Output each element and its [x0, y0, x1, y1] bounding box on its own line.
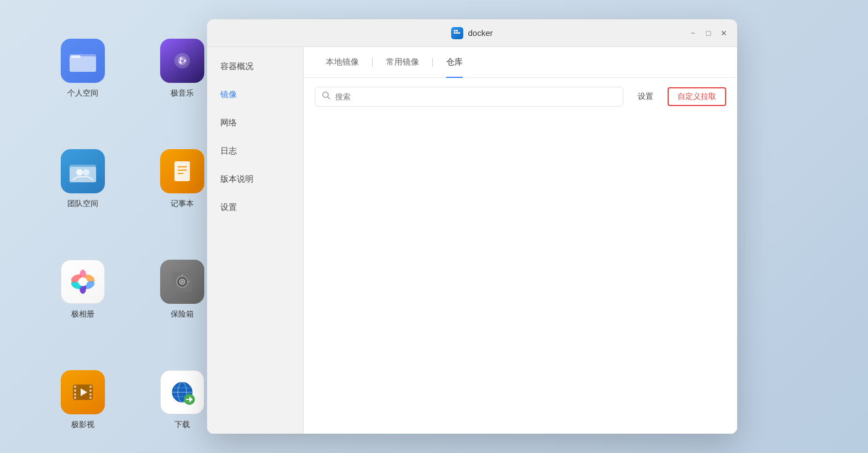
close-button[interactable]: ✕ — [719, 29, 728, 38]
svg-rect-48 — [458, 32, 460, 34]
tab-local-mirror[interactable]: 本地镜像 — [315, 47, 370, 78]
svg-rect-29 — [74, 386, 76, 388]
sidebar-item-overview[interactable]: 容器概况 — [207, 52, 303, 81]
music-icon: ♪ — [160, 39, 204, 83]
svg-rect-32 — [74, 397, 76, 399]
svg-rect-11 — [174, 161, 190, 181]
settings-button[interactable]: 设置 — [630, 88, 661, 105]
toolbar: 设置 自定义拉取 — [304, 78, 737, 115]
desktop-icon-grid: 个人空间 ♪ 极音乐 — [33, 33, 232, 453]
notes-icon — [160, 149, 204, 193]
search-icon — [322, 91, 331, 102]
tab-common-mirror[interactable]: 常用镜像 — [375, 47, 430, 78]
notes-label: 记事本 — [171, 199, 194, 209]
svg-point-25 — [181, 281, 183, 283]
photos-label: 极相册 — [71, 309, 94, 319]
svg-rect-47 — [456, 32, 458, 34]
sidebar-item-network[interactable]: 网络 — [207, 109, 303, 137]
window-title-area: docker — [451, 27, 493, 39]
sidebar-item-settings[interactable]: 设置 — [207, 193, 303, 222]
team-space-icon — [61, 149, 105, 193]
desktop-icon-video[interactable]: 极影视 — [33, 365, 133, 453]
svg-rect-30 — [74, 389, 76, 392]
title-bar: docker － □ ✕ — [207, 19, 737, 47]
search-box — [315, 87, 623, 107]
main-content-area — [304, 115, 737, 434]
personal-space-label: 个人空间 — [67, 88, 98, 98]
sidebar: 容器概况 镜像 网络 日志 版本说明 设置 — [207, 47, 304, 434]
svg-rect-50 — [456, 30, 458, 31]
safe-icon — [160, 260, 204, 304]
minimize-button[interactable]: － — [689, 29, 697, 38]
svg-rect-46 — [454, 32, 456, 34]
svg-rect-33 — [89, 386, 92, 388]
desktop-icon-photos[interactable]: 极相册 — [33, 254, 133, 365]
download-icon — [160, 370, 204, 414]
music-label: 极音乐 — [171, 88, 194, 98]
tab-divider-2 — [432, 58, 433, 67]
tab-bar: 本地镜像 常用镜像 仓库 — [304, 47, 737, 78]
personal-space-icon — [61, 39, 105, 83]
svg-point-21 — [78, 277, 87, 286]
svg-rect-2 — [71, 55, 81, 58]
svg-rect-49 — [454, 30, 456, 31]
search-input[interactable] — [335, 92, 616, 101]
photos-icon — [61, 260, 105, 304]
video-label: 极影视 — [71, 420, 94, 430]
sidebar-item-release-notes[interactable]: 版本说明 — [207, 165, 303, 193]
desktop-icon-team-space[interactable]: 团队空间 — [33, 144, 133, 254]
sidebar-item-logs[interactable]: 日志 — [207, 137, 303, 165]
svg-rect-34 — [89, 389, 92, 392]
maximize-button[interactable]: □ — [704, 29, 713, 38]
video-icon — [61, 370, 105, 414]
svg-rect-1 — [70, 56, 96, 72]
svg-rect-36 — [89, 397, 92, 399]
download-label: 下载 — [174, 420, 190, 430]
safe-label: 保险箱 — [171, 309, 194, 319]
svg-point-10 — [83, 169, 89, 176]
tab-divider-1 — [372, 58, 373, 67]
desktop: 个人空间 ♪ 极音乐 — [0, 0, 868, 453]
svg-line-52 — [328, 97, 330, 99]
docker-window: docker － □ ✕ 容器概况 镜像 网络 — [207, 19, 737, 434]
svg-point-9 — [76, 169, 83, 176]
svg-rect-31 — [74, 393, 76, 396]
sidebar-item-mirror[interactable]: 镜像 — [207, 81, 303, 109]
window-body: 容器概况 镜像 网络 日志 版本说明 设置 — [207, 47, 737, 434]
svg-rect-35 — [89, 393, 92, 396]
window-title-text: docker — [468, 28, 493, 38]
docker-app-icon — [451, 27, 463, 39]
tab-warehouse[interactable]: 仓库 — [435, 47, 474, 78]
custom-pull-button[interactable]: 自定义拉取 — [668, 87, 726, 106]
team-space-label: 团队空间 — [67, 199, 98, 209]
svg-text:♪: ♪ — [178, 53, 183, 65]
window-controls: － □ ✕ — [689, 29, 728, 38]
content-area: 本地镜像 常用镜像 仓库 — [304, 47, 737, 434]
desktop-icon-personal-space[interactable]: 个人空间 — [33, 33, 133, 144]
